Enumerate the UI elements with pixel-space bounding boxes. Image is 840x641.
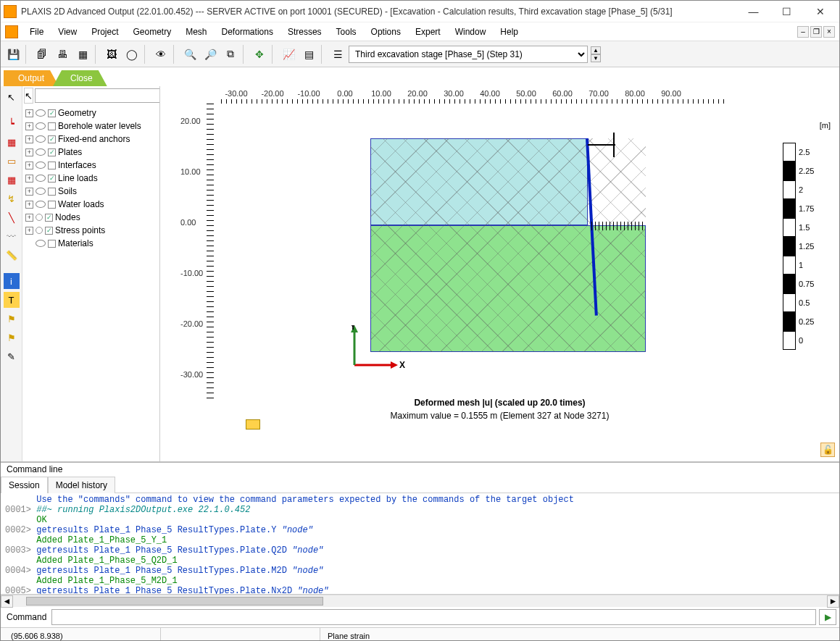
log-hscrollbar[interactable]: ◄ ► xyxy=(1,595,839,607)
command-input[interactable] xyxy=(51,609,816,625)
mdi-minimize-button[interactable]: – xyxy=(797,26,809,38)
menu-project[interactable]: Project xyxy=(84,24,125,40)
axis-icon[interactable]: ┕ xyxy=(4,115,20,131)
checkbox-icon[interactable]: ✓ xyxy=(48,175,56,183)
eye-icon[interactable] xyxy=(36,122,46,130)
move-button[interactable]: ✥ xyxy=(250,45,269,64)
step-spinner[interactable]: ▲▼ xyxy=(591,46,601,62)
mdi-close-button[interactable]: × xyxy=(823,26,835,38)
expand-icon[interactable]: + xyxy=(25,227,33,235)
menu-window[interactable]: Window xyxy=(448,24,494,40)
print-button[interactable]: 🖶 xyxy=(53,45,72,64)
tree-item[interactable]: +✓Stress points xyxy=(24,224,158,237)
scroll-thumb[interactable] xyxy=(26,597,323,606)
eye-icon[interactable] xyxy=(36,188,46,195)
info-icon[interactable]: i xyxy=(4,273,20,289)
tree-item[interactable]: +✓Line loads xyxy=(24,172,158,185)
lock-icon[interactable]: 🔓 xyxy=(820,443,835,457)
menu-view[interactable]: View xyxy=(51,24,84,40)
tree-item[interactable]: +✓Fixed-end anchors xyxy=(24,133,158,146)
tree-item[interactable]: +Interfaces xyxy=(24,159,158,172)
tree-item[interactable]: +Borehole water levels xyxy=(24,120,158,133)
tree-item[interactable]: +Soils xyxy=(24,185,158,198)
chart-button[interactable]: 📈 xyxy=(279,45,298,64)
box-icon[interactable] xyxy=(48,240,56,248)
tab-model-history[interactable]: Model history xyxy=(48,477,115,493)
region-icon[interactable]: ▦ xyxy=(4,134,20,150)
flag1-icon[interactable]: ⚑ xyxy=(4,311,20,327)
copy-button[interactable]: 🗐 xyxy=(33,45,51,64)
settings-bar-button[interactable]: ☰ xyxy=(328,45,347,64)
eye-icon[interactable] xyxy=(36,201,46,208)
expand-icon[interactable]: + xyxy=(25,109,33,117)
tree-cursor-icon[interactable]: ↖ xyxy=(24,88,33,104)
menu-options[interactable]: Options xyxy=(364,24,408,40)
maximize-button[interactable]: ☐ xyxy=(770,1,803,22)
checkbox-icon[interactable]: ✓ xyxy=(48,148,56,156)
tree-item[interactable]: +Water loads xyxy=(24,198,158,211)
menu-geometry[interactable]: Geometry xyxy=(126,24,179,40)
menu-tools[interactable]: Tools xyxy=(329,24,364,40)
box-icon[interactable] xyxy=(48,122,56,130)
app-menu-icon[interactable] xyxy=(5,25,18,38)
run-command-button[interactable]: ▶ xyxy=(819,609,836,625)
vector-icon[interactable]: ↯ xyxy=(4,190,20,206)
expand-icon[interactable]: + xyxy=(25,175,33,183)
expand-icon[interactable]: + xyxy=(25,162,33,169)
tree-item[interactable]: +✓Nodes xyxy=(24,211,158,224)
box-icon[interactable] xyxy=(48,188,56,196)
menu-help[interactable]: Help xyxy=(493,24,525,40)
eye-icon[interactable] xyxy=(36,148,46,156)
mdi-restore-button[interactable]: ❐ xyxy=(810,26,822,38)
table-button[interactable]: ▤ xyxy=(299,45,318,64)
close-window-button[interactable]: ✕ xyxy=(804,1,836,22)
plot-viewport[interactable]: -30.00-20.00-10.000.0010.0020.0030.0040.… xyxy=(160,86,839,461)
checkbox-icon[interactable]: ✓ xyxy=(45,214,53,222)
zoom-window-button[interactable]: ⧉ xyxy=(221,45,240,64)
expand-icon[interactable]: + xyxy=(25,214,33,222)
cursor-icon[interactable]: ↖ xyxy=(4,89,20,105)
export-button[interactable]: ▦ xyxy=(73,45,92,64)
menu-stresses[interactable]: Stresses xyxy=(280,24,329,40)
tree-item[interactable]: +✓Geometry xyxy=(24,106,158,120)
eye-icon[interactable] xyxy=(36,109,46,117)
tree-item[interactable]: Materials xyxy=(24,237,158,250)
expand-icon[interactable]: + xyxy=(25,122,33,130)
ruler-icon[interactable]: 📏 xyxy=(4,247,20,263)
view-oval-button[interactable]: ◯ xyxy=(122,45,141,64)
tab-output[interactable]: Output xyxy=(4,70,59,86)
oval-icon[interactable] xyxy=(36,214,43,221)
save-button[interactable]: 💾 xyxy=(4,45,22,64)
eye-icon[interactable] xyxy=(36,240,46,247)
phase-select[interactable]: Third excavation stage [Phase_5] (Step 3… xyxy=(349,46,588,63)
flag2-icon[interactable]: ⚑ xyxy=(4,330,20,345)
tree-item[interactable]: +✓Plates xyxy=(24,146,158,159)
oval-icon[interactable] xyxy=(36,227,43,234)
eye-button[interactable]: 👁 xyxy=(151,45,170,64)
wave-icon[interactable]: 〰 xyxy=(4,228,20,244)
menu-deformations[interactable]: Deformations xyxy=(215,24,280,40)
expand-icon[interactable]: + xyxy=(25,148,33,156)
tree-filter-input[interactable] xyxy=(35,88,160,103)
eye-icon[interactable] xyxy=(36,175,46,182)
zoom-out-button[interactable]: 🔎 xyxy=(201,45,220,64)
diag-icon[interactable]: ╲ xyxy=(4,209,20,225)
text-icon[interactable]: T xyxy=(4,292,20,308)
expand-icon[interactable]: + xyxy=(25,201,33,209)
eye-icon[interactable] xyxy=(36,135,46,143)
minimize-button[interactable]: — xyxy=(737,1,770,22)
menu-mesh[interactable]: Mesh xyxy=(178,24,214,40)
envelope-icon[interactable] xyxy=(246,419,260,430)
sheet-icon[interactable]: ▭ xyxy=(4,153,20,169)
view-mesh-button[interactable]: 🖼 xyxy=(102,45,121,64)
command-log[interactable]: Use the "commands" command to view the c… xyxy=(1,493,839,595)
checkbox-icon[interactable]: ✓ xyxy=(48,109,56,117)
eye-icon[interactable] xyxy=(36,162,46,169)
scroll-right-icon[interactable]: ► xyxy=(827,595,839,608)
checkbox-icon[interactable]: ✓ xyxy=(48,135,56,143)
box-icon[interactable] xyxy=(48,201,56,209)
menu-file[interactable]: File xyxy=(22,24,51,40)
tab-close[interactable]: Close xyxy=(53,70,107,86)
box-icon[interactable] xyxy=(48,162,56,169)
grid-icon[interactable]: ▦ xyxy=(4,172,20,188)
